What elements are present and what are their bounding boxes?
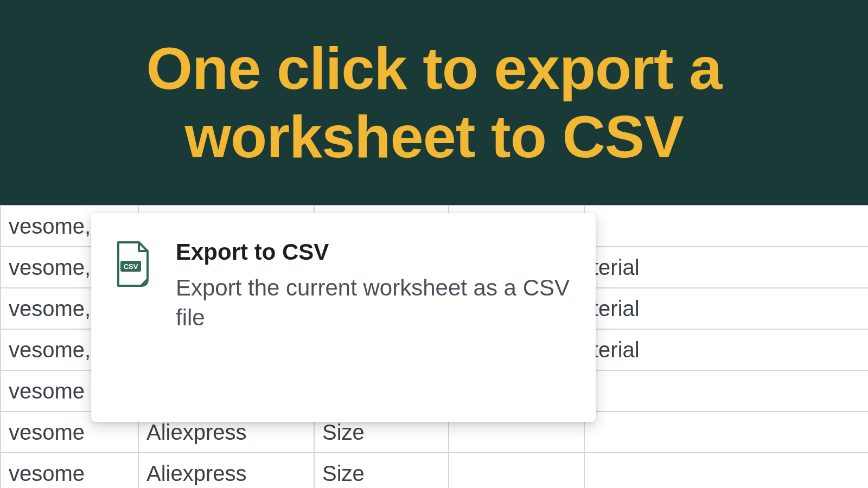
cell[interactable]: vesome bbox=[1, 453, 138, 488]
export-csv-card[interactable]: CSV Export to CSV Export the current wor… bbox=[91, 213, 596, 422]
table-row[interactable]: vesome Aliexpress Size bbox=[1, 453, 868, 488]
cell[interactable] bbox=[584, 206, 868, 247]
cell[interactable] bbox=[449, 453, 584, 488]
card-description: Export the current worksheet as a CSV fi… bbox=[176, 273, 572, 333]
cell[interactable]: Size bbox=[314, 453, 449, 488]
cell[interactable]: terial bbox=[584, 288, 868, 329]
cell[interactable]: Aliexpress bbox=[138, 453, 314, 488]
card-title: Export to CSV bbox=[176, 239, 572, 265]
cell[interactable]: terial bbox=[584, 329, 868, 370]
card-text-block: Export to CSV Export the current workshe… bbox=[176, 239, 572, 403]
banner-headline: One click to export a worksheet to CSV bbox=[0, 34, 868, 171]
csv-file-icon: CSV bbox=[115, 239, 152, 403]
cell[interactable]: terial bbox=[584, 247, 868, 288]
csv-badge-text: CSV bbox=[124, 262, 138, 271]
cell[interactable] bbox=[584, 453, 868, 488]
promo-banner: One click to export a worksheet to CSV bbox=[0, 0, 868, 205]
cell[interactable] bbox=[584, 412, 868, 453]
cell[interactable] bbox=[584, 370, 868, 412]
